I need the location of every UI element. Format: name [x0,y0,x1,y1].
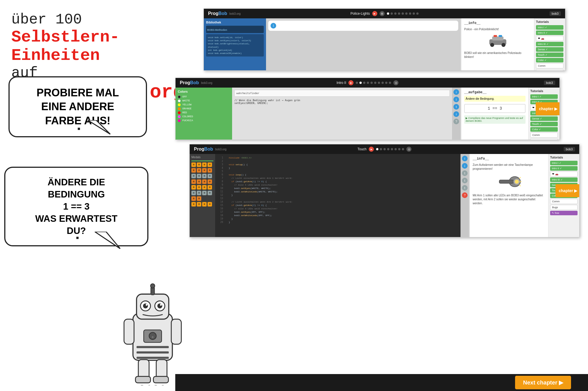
code-with-numbers: 1234567891011121314151617181920 #include… [217,156,458,224]
dot1 [387,12,389,15]
svg-text:◎: ◎ [152,335,154,338]
ss3-torch-area [473,173,545,191]
svg-point-7 [160,304,162,306]
dot3 [394,12,396,15]
tut-intro3[interactable]: Intro III ✓ [536,42,563,46]
ss1-settings[interactable]: ⚙ [379,11,384,16]
dot8 [382,82,384,84]
svg-point-9 [150,284,155,288]
bubble1-line1: PROBIERE MAL [21,86,135,100]
screenshot-colors: ProgBob bob3.org Intro II ⊙ [175,78,560,140]
color-fuchsia: FUCHSIA [178,119,230,123]
ss3-chat-q: ? [462,192,468,198]
ss2-chapter-btn[interactable]: chapter ▶ [536,102,560,115]
ss3-tut-heart[interactable]: ❤ 🚗 [550,171,578,177]
medal27: ⚙ [191,202,196,207]
ss2-wahrheitsfinder: wahrheitsfinder [234,90,450,97]
dot4 [367,82,369,84]
ss2-tut-comm[interactable]: Comm [530,132,558,138]
medal-row7: ⚙ ⚙ [191,196,213,201]
medal30: ⚙ [207,202,212,207]
ss3-tut-intro1[interactable]: Intro I ✓ [550,161,578,165]
ss1-tutorials: Tutorials Intro I ✓ Intro II ✓ ❤ 🚗 Intro… [534,18,565,70]
medal28: ⚙ [197,202,201,207]
svg-rect-29 [499,35,502,37]
dot2 [380,148,382,150]
ss2-aufgabe: __aufgabe__ Ändere die Bedingung. 1 == 3… [461,88,528,140]
medal29: ⚙ [202,202,207,207]
ss2-tut-sense[interactable]: Sense ✓ [530,116,558,121]
ss3-play[interactable] [369,147,374,152]
ss1-play[interactable] [372,11,377,16]
color-off: OFF [178,95,230,99]
dot4 [398,12,400,15]
medal12: ⚙ [207,174,212,178]
ss1-middle: i [266,18,461,70]
medal23: ⚙ [202,191,207,195]
ss2-tut-color[interactable]: Color ✓ [530,127,558,132]
tut-intro2[interactable]: Intro II ✓ [536,31,563,35]
ss3-chat-t3: t [462,185,468,191]
ss2-tut-touch[interactable]: Touch ✓ [530,122,558,126]
ss1-nav: Police-Lights ⚙ [351,11,419,16]
ss3-tut-comm[interactable]: Comm [550,199,578,204]
ss3-nav-label: Touch [357,147,366,151]
ss2-tut-bugs[interactable]: Bugs [530,138,558,140]
dot10 [389,82,391,84]
uber-text: über 100 [11,11,82,28]
tut-touch[interactable]: Touch ✓ [536,53,563,57]
tut-heart-car[interactable]: ❤ 🚗 [536,36,563,41]
medal7: ⚙ [202,168,207,173]
tut-bugs[interactable]: Bugs [536,69,563,71]
medal5: ⚙ [191,168,196,173]
tut-color[interactable]: Color ✓ [536,58,563,62]
code-line-2: void bob.setEyes(color1, color2) [208,39,262,42]
ss2-chat-icons: i i t i ? [452,88,461,140]
chat-icon-q: ? [453,119,459,124]
cl1: #include <BOB3.h> [229,156,293,160]
ss3-info-title: __info__ [473,157,545,161]
code-line-3: void bob.setBrightness(status1, status2) [208,42,262,48]
line-numbers: 1234567891011121314151617181920 [217,156,223,224]
police-car-icon [488,34,508,48]
ss3-tut-bugs[interactable]: Bugs [550,205,578,210]
next-chapter-button[interactable]: Next chapter ▶ [515,376,571,389]
ss2-play[interactable] [349,80,354,85]
cl18: bob3.setWhiteLeds(OFF, OFF); [229,214,293,217]
dot9 [416,12,418,15]
cl17: bob3.setEyes(OFF, OFF); [229,210,293,214]
ss3-medals-title: Medals [191,156,213,159]
cl9: // Alle 4 LEDs weiß einschalten! [229,183,293,187]
ss1-info-title: __info__ [464,21,531,25]
ss2-tut-intro1[interactable]: Intro I ✓ [530,94,558,99]
ss1-car-area [464,34,531,49]
ss3-settings[interactable]: ⊙ [407,147,412,152]
ss2-settings[interactable]: ⊙ [394,80,399,85]
color-white: WHITE [178,99,230,103]
tut-intro1[interactable]: Intro I ✓ [536,25,563,30]
dot6 [405,12,407,15]
ss3-tut-intro3[interactable]: Intro III ✓ [550,177,578,182]
dot2 [390,12,393,15]
tut-comm[interactable]: Comm [536,63,563,68]
ss2-body: Colors OFF WHITE YELLOW ORANGE RED COLOR… [176,88,559,140]
dot9 [385,82,388,84]
cl16: // alle 4 LEDs weiß einschalten! [229,207,293,210]
ss2-condition: 1 == 3 [464,104,526,113]
dot7 [398,148,401,150]
bubble1-line2: EINE ANDERE [21,100,135,114]
medal13: ⚙ [191,179,196,184]
ss3-logo: ProgBob [194,147,213,152]
cl19: } [229,217,293,221]
svg-line-34 [519,177,521,179]
ss3-chat-i2: i [462,163,468,169]
tut-sense[interactable]: Sense ✓ [536,47,563,52]
ss3-chapter-btn[interactable]: chapter ▶ [555,184,580,197]
color-red: RED [178,111,230,115]
dot7 [378,82,380,84]
ss3-header: ProgBob bob3.org Touch ⊙ bob3 [190,144,579,154]
ss3-tut-intro2[interactable]: Intro II ✓ [550,166,578,171]
cl6: void loop() { [229,173,293,177]
ss3-tut-free[interactable]: ✎ free [550,211,578,215]
medal4: ⚙ [207,162,212,167]
